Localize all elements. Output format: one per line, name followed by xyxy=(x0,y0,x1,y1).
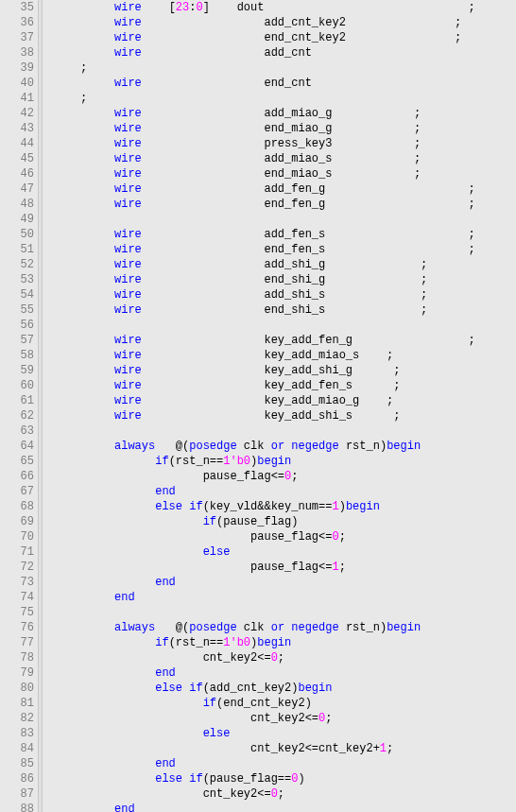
code-line[interactable]: wire add_shi_s ; xyxy=(46,287,516,302)
code-line[interactable]: wire key_add_fen_s ; xyxy=(46,378,516,393)
keyword-token: wire xyxy=(114,379,142,392)
code-line[interactable]: wire add_shi_g ; xyxy=(46,257,516,272)
text-token: end_fen_g ; xyxy=(142,198,475,211)
keyword-token: else xyxy=(203,545,231,559)
code-line[interactable]: wire end_miao_s ; xyxy=(46,166,516,181)
line-number: 60 xyxy=(0,378,34,393)
code-line[interactable]: wire end_cnt xyxy=(46,76,516,91)
code-line[interactable]: wire key_add_shi_g ; xyxy=(46,363,516,378)
code-line[interactable] xyxy=(46,318,516,333)
keyword-token: begin xyxy=(387,440,421,453)
number-token: 1 xyxy=(332,561,338,574)
keyword-token: wire xyxy=(114,77,142,90)
code-line[interactable]: wire end_fen_g ; xyxy=(46,197,516,212)
line-number: 77 xyxy=(0,635,34,650)
keyword-token: or xyxy=(271,621,284,634)
code-line[interactable]: always @(posedge clk or negedge rst_n)be… xyxy=(46,620,516,635)
line-number: 47 xyxy=(0,181,34,197)
code-line[interactable]: cnt_key2<=0; xyxy=(46,650,516,665)
code-line[interactable]: else if(add_cnt_key2)begin xyxy=(46,681,516,696)
code-line[interactable]: wire add_fen_s ; xyxy=(46,227,516,242)
code-line[interactable]: wire end_shi_g ; xyxy=(46,272,516,287)
code-line[interactable]: else xyxy=(46,544,516,560)
text-token: end_shi_s ; xyxy=(142,303,427,317)
code-line[interactable]: wire key_add_miao_s ; xyxy=(46,348,516,363)
code-line[interactable]: if(rst_n==1'b0)begin xyxy=(46,454,516,469)
code-line[interactable]: cnt_key2<=0; xyxy=(46,711,516,726)
keyword-token: always xyxy=(114,621,155,634)
code-line[interactable]: else if(pause_flag==0) xyxy=(46,771,516,786)
code-line[interactable]: cnt_key2<=cnt_key2+1; xyxy=(46,741,516,756)
code-line[interactable]: wire end_cnt_key2 ; xyxy=(46,30,516,45)
code-line[interactable]: end xyxy=(46,575,516,590)
number-token: 0 xyxy=(271,787,278,801)
code-line[interactable]: else xyxy=(46,726,516,741)
line-number: 87 xyxy=(0,786,34,802)
code-line[interactable]: pause_flag<=1; xyxy=(46,560,516,575)
text-token xyxy=(46,1,114,14)
text-token: cnt_key2<=cnt_key2+ xyxy=(46,742,380,755)
text-token xyxy=(46,16,114,29)
text-token: (pause_flag) xyxy=(216,515,298,528)
text-token: end_cnt_key2 ; xyxy=(142,31,489,44)
keyword-token: wire xyxy=(114,349,142,362)
code-line[interactable] xyxy=(46,212,516,227)
code-line[interactable]: wire end_fen_s ; xyxy=(46,242,516,257)
code-line[interactable]: cnt_key2<=0; xyxy=(46,786,516,802)
line-number: 65 xyxy=(0,454,34,469)
code-line[interactable]: wire end_shi_s ; xyxy=(46,302,516,318)
line-number: 44 xyxy=(0,136,34,151)
code-line[interactable]: always @(posedge clk or negedge rst_n)be… xyxy=(46,439,516,454)
code-editor-area[interactable]: wire [23:0] dout ; wire add_cnt_key2 ; w… xyxy=(43,0,516,812)
code-line[interactable]: pause_flag<=0; xyxy=(46,529,516,544)
keyword-token: wire xyxy=(114,182,142,196)
code-line[interactable]: wire add_cnt xyxy=(46,45,516,60)
code-line[interactable]: wire [23:0] dout ; xyxy=(46,0,516,15)
code-line[interactable]: wire add_fen_g ; xyxy=(46,181,516,197)
code-line[interactable] xyxy=(46,423,516,439)
text-token xyxy=(46,137,114,150)
text-token xyxy=(46,621,114,634)
keyword-token: always xyxy=(114,440,155,453)
text-token: add_cnt xyxy=(142,46,516,60)
code-line[interactable]: end xyxy=(46,484,516,499)
code-line[interactable]: wire key_add_miao_g ; xyxy=(46,393,516,408)
code-line[interactable] xyxy=(46,605,516,620)
code-line[interactable]: ; xyxy=(46,60,516,76)
line-number: 53 xyxy=(0,272,34,287)
code-line[interactable]: wire key_add_fen_g ; xyxy=(46,333,516,348)
code-line[interactable]: end xyxy=(46,665,516,681)
text-token: ; xyxy=(339,530,346,544)
code-line[interactable]: wire key_add_shi_s ; xyxy=(46,408,516,423)
text-token xyxy=(46,727,203,740)
code-line[interactable]: ; xyxy=(46,91,516,106)
text-token xyxy=(46,258,114,271)
code-line[interactable]: wire add_miao_s ; xyxy=(46,151,516,166)
text-token: ; xyxy=(278,787,284,801)
code-line[interactable]: wire end_miao_g ; xyxy=(46,121,516,136)
code-line[interactable]: wire add_cnt_key2 ; xyxy=(46,15,516,30)
line-number: 46 xyxy=(0,166,34,181)
text-token xyxy=(46,515,203,528)
keyword-token: wire xyxy=(114,107,142,120)
number-token: 1'b0 xyxy=(223,636,250,649)
code-line[interactable]: wire press_key3 ; xyxy=(46,136,516,151)
line-number: 52 xyxy=(0,257,34,272)
code-line[interactable]: end xyxy=(46,802,516,812)
code-line[interactable]: else if(key_vld&&key_num==1)begin xyxy=(46,499,516,514)
code-line[interactable]: if(pause_flag) xyxy=(46,514,516,529)
code-line[interactable]: end xyxy=(46,756,516,771)
keyword-token: wire xyxy=(114,394,142,407)
line-number: 74 xyxy=(0,590,34,605)
code-line[interactable]: end xyxy=(46,590,516,605)
line-number: 70 xyxy=(0,529,34,544)
code-line[interactable]: pause_flag<=0; xyxy=(46,469,516,484)
keyword-token: begin xyxy=(346,500,380,513)
code-line[interactable]: if(end_cnt_key2) xyxy=(46,696,516,711)
text-token: add_fen_s ; xyxy=(142,228,475,241)
code-line[interactable]: wire add_miao_g ; xyxy=(46,106,516,121)
line-number: 37 xyxy=(0,30,34,45)
code-line[interactable]: if(rst_n==1'b0)begin xyxy=(46,635,516,650)
text-token xyxy=(46,757,155,770)
number-token: 23 xyxy=(176,1,189,14)
